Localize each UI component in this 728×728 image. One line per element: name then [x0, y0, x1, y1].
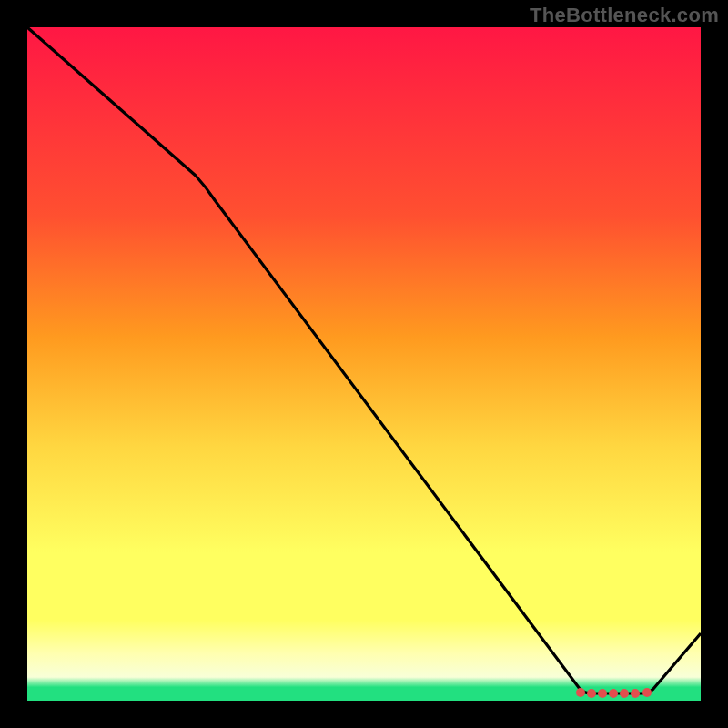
attribution-label: TheBottleneck.com — [530, 4, 719, 27]
marker-dot — [631, 689, 640, 698]
marker-dot — [587, 689, 596, 698]
marker-dot — [642, 688, 652, 697]
bottleneck-curve — [27, 27, 701, 693]
plot-area — [27, 27, 701, 701]
marker-dot — [598, 689, 607, 698]
marker-dot — [576, 688, 585, 697]
chart-svg — [27, 27, 701, 701]
marker-dot — [620, 689, 629, 698]
marker-dot — [609, 689, 618, 698]
chart-frame: TheBottleneck.com — [0, 0, 728, 728]
